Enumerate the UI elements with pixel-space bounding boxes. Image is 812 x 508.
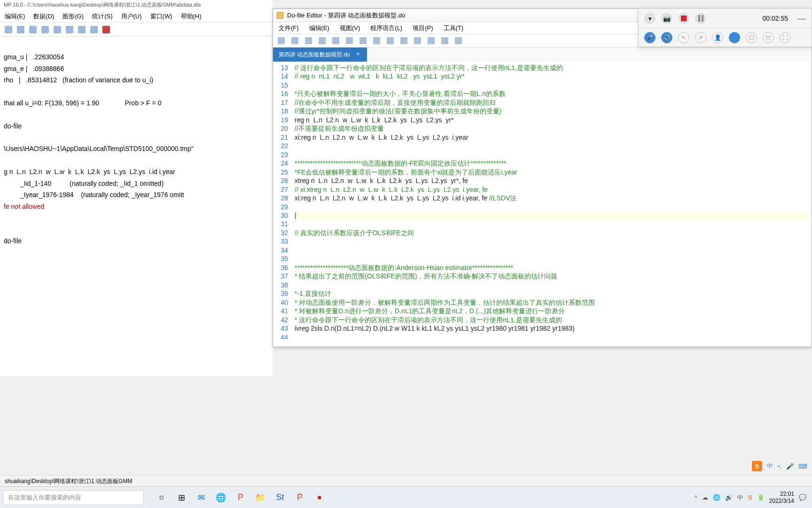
code-line[interactable] <box>295 237 809 246</box>
battery-icon[interactable]: 🔋 <box>757 494 765 501</box>
cortana-icon[interactable]: ○ <box>153 489 170 506</box>
code-editor[interactable]: 1314151617181920212223242526272829303132… <box>273 62 812 339</box>
variables-icon[interactable] <box>78 26 86 33</box>
menu-edit[interactable]: 编辑(E) <box>5 12 25 20</box>
task-view-icon[interactable]: ⊞ <box>173 489 190 506</box>
window-icon[interactable]: ◻ <box>763 32 774 43</box>
code-line[interactable]: xtreg n L.n L2.n w L.w k L.k L2.k ys L.y… <box>295 176 809 185</box>
menu-help[interactable]: 帮助(H) <box>181 12 202 20</box>
run-selection-icon[interactable] <box>455 37 462 44</box>
redo-icon[interactable] <box>387 37 394 44</box>
code-line[interactable]: * 对被解释变量D.n进行一阶差分，D.nL1的工具变量是nL2，D.(...)… <box>295 307 809 315</box>
undo-icon[interactable] <box>373 37 380 44</box>
ime-tray-icon[interactable]: 中 <box>737 493 743 502</box>
code-line[interactable]: //在命令中不用生成变量的滞后期，直接使用变量的滞后期就能跑回归 <box>295 98 809 107</box>
code-line[interactable]: **************************动态面板数据的-FE双向固定… <box>295 159 809 167</box>
data-browser-icon[interactable] <box>66 26 73 33</box>
code-line[interactable]: //不需要提前生成年份虚拟变量 <box>295 124 809 133</box>
dofile-menu-lang[interactable]: 程序语言(L) <box>370 24 402 32</box>
code-line[interactable]: *********************动态面板数据的:Anderson-Hs… <box>295 263 809 272</box>
sogou-tray-icon[interactable]: S <box>748 494 752 501</box>
graph-icon[interactable] <box>29 26 37 33</box>
taskbar-search[interactable]: 在这里输入你要搜索的内容 <box>3 490 144 505</box>
open-icon[interactable] <box>291 37 298 44</box>
indent-icon[interactable] <box>414 37 421 44</box>
code-line[interactable] <box>295 333 809 339</box>
code-line[interactable] <box>295 203 809 211</box>
code-line[interactable]: // 真实的估计系数应该介于OLS和FE之间 <box>295 229 809 237</box>
code-lines[interactable]: // 这行命令跟下一行命令的区别在于滞后项的表示方法不同，这一行使用nL1,是需… <box>292 62 812 339</box>
paste-icon[interactable] <box>359 37 367 44</box>
new-dofile-icon[interactable] <box>41 26 49 33</box>
mic-icon[interactable]: 🎤 <box>644 32 656 43</box>
new-icon[interactable] <box>278 37 285 44</box>
dofile-tab-active[interactable]: 第四讲 动态面板数据模型.do × <box>273 48 367 62</box>
code-line[interactable] <box>295 81 809 89</box>
code-line[interactable]: | <box>295 211 809 220</box>
copy-icon[interactable] <box>346 37 353 44</box>
dofile-menu-edit[interactable]: 编辑(E) <box>309 24 329 32</box>
code-line[interactable]: // xi:xtreg n L.n L2.n w L.w k L.k L2.k … <box>295 185 809 194</box>
camera-icon[interactable]: 📷 <box>661 13 672 24</box>
save-icon[interactable] <box>5 26 12 33</box>
code-line[interactable] <box>295 246 809 254</box>
ime-mic-icon[interactable]: 🎤 <box>786 463 794 470</box>
code-line[interactable] <box>295 281 809 289</box>
code-line[interactable] <box>295 220 809 228</box>
dofile-menu-view[interactable]: 视图(V) <box>340 24 360 32</box>
code-line[interactable]: *只关心被解释变量滞后一期的大小，不关心显著性,看滞后一期L.n的系数 <box>295 89 809 98</box>
webcam-icon[interactable]: 👤 <box>712 32 723 43</box>
code-line[interactable]: * 这行命令跟下一行命令的区别在于滞后项的表示方法不同，这一行使用nL1,是需要… <box>295 316 809 324</box>
code-line[interactable]: *FE会低估被解释变量滞后一期的系数，前面有个xi就是为了后面能适应i.year <box>295 168 809 176</box>
data-editor-icon[interactable] <box>54 26 61 33</box>
menu-window[interactable]: 窗口(W) <box>150 12 172 20</box>
mail-icon[interactable]: ✉ <box>193 489 210 506</box>
tray-chevron-icon[interactable]: ^ <box>695 494 697 501</box>
continue-icon[interactable] <box>90 26 98 33</box>
recorder-taskbar-icon[interactable]: ● <box>311 489 328 506</box>
stata-taskbar-icon[interactable]: St <box>272 489 289 506</box>
monitor-icon[interactable]: 🖵 <box>746 32 757 43</box>
menu-user[interactable]: 用户(U) <box>121 12 142 20</box>
code-line[interactable]: * 对动态面板使用一阶差分，被解释变量滞后两期作为工具变量，估计的结果超出了真实… <box>295 298 809 307</box>
code-line[interactable]: // reg n nL1 nL2 w wL1 k kL1 kL2 ys ysL1… <box>295 72 809 80</box>
stop-button[interactable] <box>678 13 689 24</box>
notifications-icon[interactable]: 💬 <box>799 494 806 501</box>
ime-keyboard-icon[interactable]: ⌨ <box>798 463 807 470</box>
view-icon[interactable] <box>17 26 24 33</box>
find-icon[interactable] <box>319 37 326 44</box>
minimize-icon[interactable]: — <box>797 14 806 24</box>
network-icon[interactable]: 🌐 <box>713 494 720 501</box>
ime-punct-icon[interactable]: •, <box>778 463 781 470</box>
pause-button[interactable] <box>695 13 706 24</box>
break-icon[interactable] <box>102 26 110 33</box>
outdent-icon[interactable] <box>428 37 435 44</box>
save-icon[interactable] <box>305 37 312 44</box>
chrome-icon[interactable]: 🌐 <box>212 489 229 506</box>
bookmark-icon[interactable] <box>400 37 407 44</box>
volume-icon[interactable]: 🔊 <box>725 494 733 501</box>
menu-graphics[interactable]: 图形(G) <box>62 12 84 20</box>
code-line[interactable]: //通过yr*控制时间虚拟变量的做法(需要在数据集中事前生成年份的变量) <box>295 107 809 115</box>
fullscreen-icon[interactable]: ⛶ <box>780 32 791 43</box>
code-line[interactable]: // 这行命令跟下一行命令的区别在于滞后项的表示方法不同，这一行使用nL1,是需… <box>295 64 809 72</box>
speaker-icon[interactable]: 🔊 <box>661 32 672 43</box>
code-line[interactable] <box>295 151 809 159</box>
dofile-menu-file[interactable]: 文件(F) <box>279 24 299 32</box>
code-line[interactable]: *-1.直接估计 <box>295 289 809 298</box>
run-icon[interactable] <box>441 37 448 44</box>
sogou-ime-icon[interactable]: S <box>752 461 762 471</box>
menu-data[interactable]: 数据(D) <box>33 12 54 20</box>
pointer-icon[interactable]: ↗ <box>695 32 706 43</box>
code-line[interactable] <box>295 254 809 263</box>
menu-stats[interactable]: 统计(S) <box>92 12 112 20</box>
region-icon[interactable] <box>729 32 740 43</box>
explorer-icon[interactable]: 📁 <box>252 489 269 506</box>
ime-lang[interactable]: 中 <box>767 462 773 470</box>
dofile-menu-project[interactable]: 项目(P) <box>413 24 433 32</box>
cursor-icon[interactable]: ↖ <box>678 32 689 43</box>
onedrive-icon[interactable]: ☁ <box>702 494 708 501</box>
powerpoint-icon[interactable]: P <box>291 489 308 506</box>
cut-icon[interactable] <box>332 37 339 44</box>
dofile-menu-tools[interactable]: 工具(T) <box>444 24 464 32</box>
